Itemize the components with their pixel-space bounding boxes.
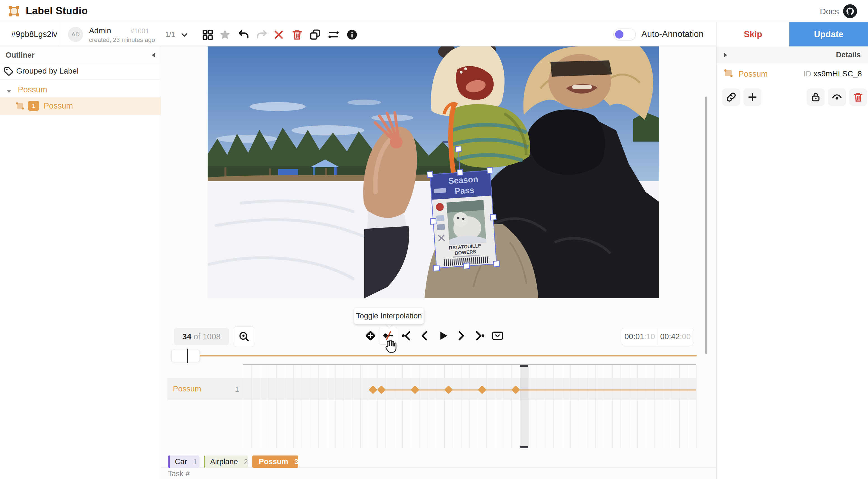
plus-icon	[747, 92, 758, 103]
keyframe-diamond[interactable]	[410, 385, 419, 394]
label-studio-app: Label Studio Docs #9pb8Lgs2iv AD Admin #…	[0, 0, 868, 479]
video-frame[interactable]: Season Pass RATATOUILLE BOWERS	[208, 46, 659, 298]
keyframe-diamond[interactable]	[511, 385, 520, 394]
bbox-handle[interactable]	[457, 169, 463, 175]
grid-line	[310, 365, 310, 448]
tree-expand-caret-icon[interactable]	[5, 87, 13, 95]
grid-line	[352, 365, 352, 448]
add-meta-button[interactable]	[743, 88, 762, 106]
grid-line	[243, 365, 243, 448]
keyframe-diamond[interactable]	[377, 385, 385, 394]
task-footer: Task #	[168, 470, 190, 478]
seek-track[interactable]	[179, 355, 697, 356]
label-chip-possum[interactable]: Possum3	[252, 455, 298, 468]
vertical-scrollbar-thumb[interactable]	[705, 97, 707, 354]
grid-line	[671, 365, 671, 448]
grid-line	[604, 365, 604, 448]
docs-link[interactable]: Docs	[820, 7, 839, 16]
region-rect-icon	[723, 68, 735, 79]
label-chip-airplane[interactable]: Airplane2	[204, 455, 248, 468]
label-color-bar	[204, 455, 205, 468]
tag-icon	[4, 67, 13, 76]
region-index-badge: 1	[28, 101, 39, 111]
grid-line	[344, 365, 344, 448]
tree-group-possum[interactable]: Possum	[18, 85, 47, 94]
keyframe-diamond[interactable]	[369, 385, 377, 394]
bbox-handle[interactable]	[430, 218, 436, 224]
grid-line	[335, 365, 336, 448]
tree-region-possum[interactable]: 1 Possum	[0, 97, 161, 115]
add-keyframe-icon[interactable]	[364, 329, 377, 342]
grid-line	[662, 365, 663, 448]
grouping-selector[interactable]: Grouped by Label	[0, 63, 161, 79]
delete-region-button[interactable]	[849, 88, 867, 106]
time-display: 00:01:10 00:42:00	[622, 328, 693, 345]
info-icon[interactable]	[346, 29, 358, 41]
prev-frame-icon[interactable]	[418, 329, 431, 342]
bbox-handle[interactable]	[427, 171, 433, 178]
relations-icon[interactable]	[328, 29, 340, 41]
toggle-interpolation-icon[interactable]	[382, 329, 394, 342]
region-label: Possum	[44, 101, 73, 110]
current-frame-column[interactable]	[520, 365, 528, 448]
keyframe-diamond[interactable]	[444, 385, 453, 394]
delete-trash-icon[interactable]	[291, 29, 303, 41]
grid-line	[402, 365, 403, 448]
grid-line	[394, 365, 394, 448]
selected-region-label: Possum	[739, 69, 768, 78]
collapse-left-icon[interactable]	[150, 52, 157, 59]
chevron-down-icon[interactable]	[180, 30, 189, 40]
rotation-handle[interactable]	[455, 146, 461, 152]
next-keyframe-icon[interactable]	[473, 329, 486, 342]
timeline-grid[interactable]	[243, 364, 696, 448]
bbox-handle[interactable]	[490, 214, 496, 220]
next-frame-icon[interactable]	[455, 329, 467, 342]
grid-line	[612, 365, 613, 448]
details-title: Details	[836, 51, 861, 59]
zoom-button[interactable]	[234, 326, 254, 347]
reject-x-icon[interactable]	[273, 29, 285, 41]
label-chip-car[interactable]: Car1	[168, 455, 199, 468]
skip-button[interactable]: Skip	[716, 22, 789, 46]
play-icon[interactable]	[437, 329, 449, 342]
keyframe-diamond[interactable]	[478, 385, 486, 394]
undo-icon[interactable]	[237, 29, 250, 41]
seek-viewport-handle[interactable]	[171, 350, 200, 362]
view-all-grid-icon[interactable]	[202, 29, 214, 41]
relations-link-button[interactable]	[722, 88, 740, 106]
star-icon[interactable]	[219, 29, 231, 41]
seek-playhead[interactable]	[187, 349, 188, 363]
grid-line	[495, 365, 495, 448]
grid-line	[469, 365, 470, 448]
grid-line	[428, 365, 428, 448]
grid-line	[503, 365, 503, 448]
github-icon[interactable]	[843, 4, 857, 19]
grid-line	[528, 365, 529, 448]
total-frames: 1008	[203, 332, 221, 341]
annotation-id: #1001	[130, 27, 149, 35]
update-button[interactable]: Update	[789, 22, 868, 46]
track-label[interactable]: Possum	[173, 384, 201, 393]
bbox-handle[interactable]	[464, 263, 469, 269]
scarf	[528, 109, 605, 174]
grid-line	[629, 365, 629, 448]
lock-region-button[interactable]	[807, 88, 825, 106]
bbox-handle[interactable]	[487, 167, 493, 173]
duplicate-copy-icon[interactable]	[309, 29, 321, 41]
hide-region-button[interactable]	[828, 88, 846, 106]
lock-icon	[810, 92, 821, 103]
label-color-bar	[168, 455, 170, 468]
bbox-handle[interactable]	[494, 261, 499, 267]
grid-line	[595, 365, 596, 448]
redo-icon[interactable]	[256, 29, 268, 41]
frame-counter-input[interactable]: 34 of 1008	[174, 328, 229, 345]
collapse-right-icon[interactable]	[722, 52, 729, 59]
bbox-handle[interactable]	[433, 265, 439, 271]
auto-annotation-toggle[interactable]	[613, 29, 636, 40]
prev-keyframe-icon[interactable]	[401, 329, 413, 342]
frames-control-icon[interactable]	[491, 329, 504, 342]
grid-line	[411, 365, 411, 448]
grid-line	[419, 365, 420, 448]
grid-line	[537, 365, 537, 448]
link-icon	[725, 92, 737, 103]
